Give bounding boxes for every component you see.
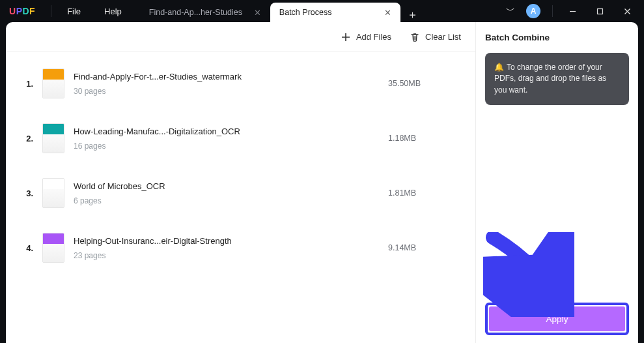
row-index: 2. <box>21 134 33 143</box>
file-name: Helping-Out-Insuranc...eir-Digital-Stren… <box>74 236 269 246</box>
file-meta: Find-and-Apply-For-t...er-Studies_waterm… <box>74 72 379 96</box>
divider <box>552 5 553 17</box>
file-row[interactable]: 1.Find-and-Apply-For-t...er-Studies_wate… <box>21 56 460 111</box>
file-pages: 6 pages <box>74 196 379 205</box>
avatar[interactable]: A <box>526 4 540 18</box>
menu-bar: File Help <box>55 3 133 20</box>
logo-letter: D <box>22 6 29 16</box>
divider <box>51 5 51 17</box>
menu-file[interactable]: File <box>55 3 92 20</box>
window-minimize-button[interactable] <box>561 3 584 20</box>
button-label: Clear List <box>425 32 461 42</box>
clear-list-button[interactable]: Clear List <box>410 32 461 42</box>
workspace: Add Files Clear List 1.Find-and-Apply-Fo… <box>6 22 638 343</box>
file-row[interactable]: 3.World of Microbes_OCR6 pages1.81MB <box>21 166 460 220</box>
close-icon[interactable]: ✕ <box>254 8 261 17</box>
svg-rect-1 <box>597 8 602 14</box>
row-index: 1. <box>21 79 33 89</box>
file-row[interactable]: 4.Helping-Out-Insuranc...eir-Digital-Str… <box>21 220 460 275</box>
file-list-pane: Add Files Clear List 1.Find-and-Apply-Fo… <box>6 22 475 343</box>
close-icon <box>624 8 631 15</box>
tab-label: Batch Process <box>279 8 332 17</box>
file-size: 1.18MB <box>388 134 460 143</box>
file-name: Find-and-Apply-For-t...er-Studies_waterm… <box>74 72 269 82</box>
trash-icon <box>410 32 420 42</box>
new-tab-button[interactable]: ＋ <box>400 7 425 22</box>
file-size: 1.81MB <box>388 188 460 198</box>
file-pages: 23 pages <box>74 251 379 260</box>
apply-button[interactable]: Apply <box>489 306 625 331</box>
tab-strip: Find-and-Ap...her-Studies ✕ Batch Proces… <box>140 0 425 22</box>
file-thumbnail <box>42 123 64 153</box>
file-thumbnail <box>42 233 64 263</box>
file-pages: 16 pages <box>74 142 379 151</box>
panel-title: Batch Combine <box>485 33 629 42</box>
file-row[interactable]: 2.How-Leading-Manufac...-Digitalization_… <box>21 111 460 166</box>
bell-icon: 🔔 <box>494 63 504 72</box>
file-meta: Helping-Out-Insuranc...eir-Digital-Stren… <box>74 236 379 260</box>
add-files-button[interactable]: Add Files <box>341 32 391 42</box>
maximize-icon <box>596 8 604 15</box>
tip-box: 🔔To change the order of your PDFs, drag … <box>485 53 629 105</box>
row-index: 4. <box>21 243 33 253</box>
tab-document[interactable]: Find-and-Ap...her-Studies ✕ <box>140 3 270 22</box>
menu-help[interactable]: Help <box>92 3 133 20</box>
file-size: 35.50MB <box>388 79 460 88</box>
title-bar: U P D F File Help Find-and-Ap...her-Stud… <box>0 0 644 22</box>
minimize-icon <box>569 8 576 15</box>
window-maximize-button[interactable] <box>588 3 611 20</box>
list-toolbar: Add Files Clear List <box>6 22 475 52</box>
file-name: World of Microbes_OCR <box>74 181 269 191</box>
file-meta: World of Microbes_OCR6 pages <box>74 181 379 205</box>
close-icon[interactable]: ✕ <box>384 8 391 17</box>
tip-text: To change the order of your PDFs, drag a… <box>494 63 606 95</box>
row-index: 3. <box>21 188 33 198</box>
app-logo: U P D F <box>0 6 47 16</box>
file-list: 1.Find-and-Apply-For-t...er-Studies_wate… <box>6 52 475 343</box>
tab-batch-process[interactable]: Batch Process ✕ <box>270 3 400 22</box>
apply-button-highlight: Apply <box>485 303 629 335</box>
window-controls: ﹀ A <box>503 3 644 20</box>
logo-letter: P <box>16 6 23 16</box>
file-pages: 30 pages <box>74 87 379 96</box>
logo-letter: U <box>9 6 16 16</box>
file-thumbnail <box>42 68 64 98</box>
tab-label: Find-and-Ap...her-Studies <box>149 8 242 17</box>
chevron-down-icon[interactable]: ﹀ <box>503 5 518 17</box>
file-size: 9.14MB <box>388 243 460 252</box>
file-meta: How-Leading-Manufac...-Digitalization_OC… <box>74 127 379 151</box>
window-close-button[interactable] <box>615 3 639 20</box>
button-label: Add Files <box>356 32 391 42</box>
file-name: How-Leading-Manufac...-Digitalization_OC… <box>74 127 269 136</box>
file-thumbnail <box>42 178 64 208</box>
side-panel: Batch Combine 🔔To change the order of yo… <box>475 22 638 343</box>
logo-letter: F <box>29 6 35 16</box>
plus-icon <box>341 32 351 42</box>
